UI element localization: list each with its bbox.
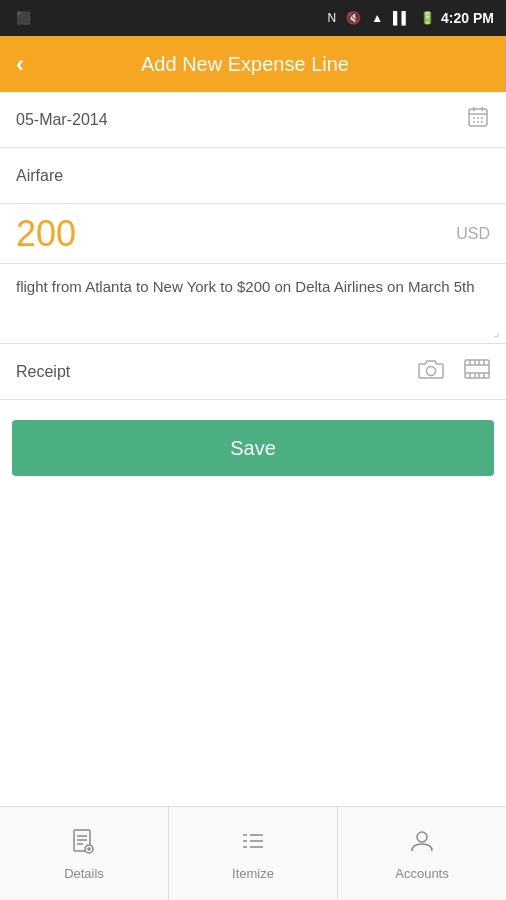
category-row[interactable]: Airfare (0, 148, 506, 204)
receipt-row[interactable]: Receipt (0, 344, 506, 400)
svg-point-35 (417, 832, 427, 842)
resize-handle: ⌟ (493, 323, 500, 339)
description-row[interactable]: flight from Atlanta to New York to $200 … (0, 264, 506, 344)
details-icon (70, 827, 98, 860)
nav-item-details[interactable]: Details (0, 807, 169, 900)
amount-field[interactable]: 200 (16, 213, 490, 255)
nfc-icon: N (328, 11, 337, 25)
receipt-label: Receipt (16, 363, 70, 381)
camera-icon[interactable] (418, 358, 444, 386)
status-bar: ⬛ N 🔇 ▲ ▌▌ 🔋 4:20 PM (0, 0, 506, 36)
nav-label-details: Details (64, 866, 104, 881)
mute-icon: 🔇 (346, 11, 361, 25)
photo-icon: ⬛ (16, 11, 31, 25)
itemize-icon (239, 827, 267, 860)
category-field[interactable]: Airfare (16, 167, 63, 185)
accounts-icon (408, 827, 436, 860)
save-button[interactable]: Save (12, 420, 494, 476)
svg-point-10 (427, 366, 436, 375)
nav-label-itemize: Itemize (232, 866, 274, 881)
page-title: Add New Expense Line (40, 53, 450, 76)
receipt-icon-group (418, 358, 490, 386)
svg-rect-11 (465, 360, 489, 378)
battery-icon: 🔋 (420, 11, 435, 25)
nav-item-itemize[interactable]: Itemize (169, 807, 338, 900)
amount-row[interactable]: 200 USD (0, 204, 506, 264)
date-row[interactable]: 05-Mar-2014 (0, 92, 506, 148)
wifi-icon: ▲ (371, 11, 383, 25)
header: ‹ Add New Expense Line (0, 36, 506, 92)
signal-icon: ▌▌ (393, 11, 410, 25)
calendar-icon[interactable] (466, 105, 490, 135)
bottom-nav: Details Itemize Accounts (0, 806, 506, 900)
film-icon[interactable] (464, 358, 490, 386)
nav-label-accounts: Accounts (395, 866, 448, 881)
expense-form: 05-Mar-2014 Airfare 200 USD flight from (0, 92, 506, 476)
date-field[interactable]: 05-Mar-2014 (16, 111, 108, 129)
nav-item-accounts[interactable]: Accounts (338, 807, 506, 900)
description-field[interactable]: flight from Atlanta to New York to $200 … (16, 278, 475, 295)
currency-label: USD (456, 225, 490, 243)
status-time: 4:20 PM (441, 10, 494, 26)
back-button[interactable]: ‹ (16, 50, 24, 78)
